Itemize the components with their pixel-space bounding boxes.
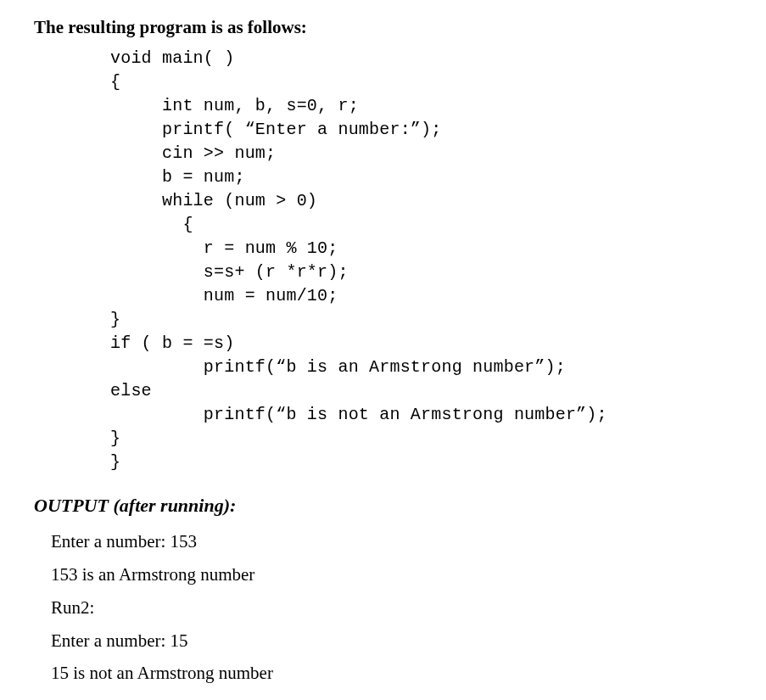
output-line: Run2: [51, 591, 732, 624]
output-block: Enter a number: 153 153 is an Armstrong … [51, 525, 732, 690]
output-line: 15 is not an Armstrong number [51, 657, 732, 690]
output-line: 153 is an Armstrong number [51, 558, 732, 591]
output-heading: OUTPUT (after running): [34, 495, 732, 517]
output-line: Enter a number: 153 [51, 525, 732, 558]
section-heading: The resulting program is as follows: [34, 17, 732, 38]
output-line: Enter a number: 15 [51, 624, 732, 658]
code-listing: void main( ) { int num, b, s=0, r; print… [110, 47, 732, 474]
